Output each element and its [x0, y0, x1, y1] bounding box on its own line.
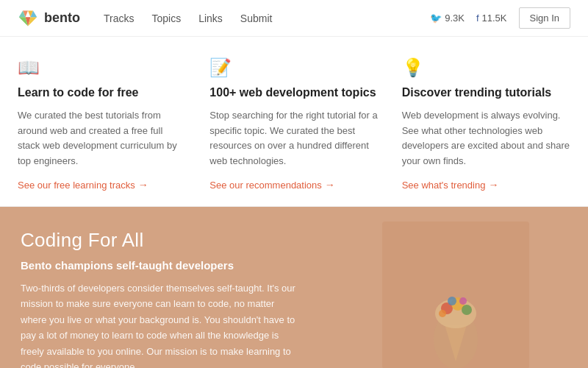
feature-topics-link[interactable]: See our recommendations → — [209, 179, 334, 191]
nav-links: Tracks Topics Links Submit — [104, 13, 430, 24]
nav-links[interactable]: Links — [198, 13, 223, 24]
facebook-count: 11.5K — [482, 13, 507, 24]
features-section: 📖 Learn to code for free We curated the … — [0, 37, 588, 207]
hero-photo — [382, 222, 529, 368]
hero-description: Two-thirds of developers consider themse… — [21, 280, 300, 368]
topics-icon: 📝 — [209, 57, 378, 78]
feature-topics: 📝 100+ web development topics Stop searc… — [209, 57, 401, 191]
nav-topics[interactable]: Topics — [151, 13, 181, 24]
logo[interactable]: bento — [18, 8, 80, 29]
nav-tracks[interactable]: Tracks — [104, 13, 134, 24]
signin-button[interactable]: Sign In — [519, 7, 570, 29]
logo-icon — [18, 8, 38, 29]
twitter-icon: 🐦 — [430, 13, 442, 24]
feature-trending-title: Discover trending tutorials — [402, 85, 570, 101]
twitter-social[interactable]: 🐦 9.3K — [430, 13, 465, 24]
arrow-icon-2: → — [325, 179, 335, 191]
feature-learn-title: Learn to code for free — [18, 85, 186, 101]
feature-trending-desc: Web development is always evolving. See … — [402, 108, 570, 169]
hero-title: Coding For All — [21, 229, 300, 252]
feature-topics-title: 100+ web development topics — [209, 85, 378, 101]
feature-learn-link[interactable]: See our free learning tracks → — [18, 179, 148, 191]
hero-content: Coding For All Bento champions self-taug… — [21, 229, 300, 368]
trending-icon: 💡 — [402, 57, 570, 78]
arrow-icon: → — [138, 179, 148, 191]
feature-learn-desc: We curated the best tutorials from aroun… — [18, 108, 186, 169]
hero-subtitle: Bento champions self-taught developers — [21, 259, 300, 272]
hero-section: Coding For All Bento champions self-taug… — [0, 207, 588, 368]
logo-text: bento — [44, 10, 80, 26]
facebook-social[interactable]: f 11.5K — [476, 13, 507, 24]
twitter-count: 9.3K — [445, 13, 465, 24]
nav-social: 🐦 9.3K f 11.5K — [430, 13, 506, 24]
feature-trending-link[interactable]: See what's trending → — [402, 179, 499, 191]
arrow-icon-3: → — [488, 179, 498, 191]
feature-learn: 📖 Learn to code for free We curated the … — [18, 57, 209, 191]
book-icon: 📖 — [18, 57, 186, 78]
svg-rect-18 — [382, 222, 529, 368]
feature-trending: 💡 Discover trending tutorials Web develo… — [402, 57, 570, 191]
navbar: bento Tracks Topics Links Submit 🐦 9.3K … — [0, 0, 588, 37]
facebook-icon: f — [476, 13, 479, 24]
feature-topics-desc: Stop searching for the right tutorial fo… — [209, 108, 378, 169]
nav-submit[interactable]: Submit — [240, 13, 273, 24]
